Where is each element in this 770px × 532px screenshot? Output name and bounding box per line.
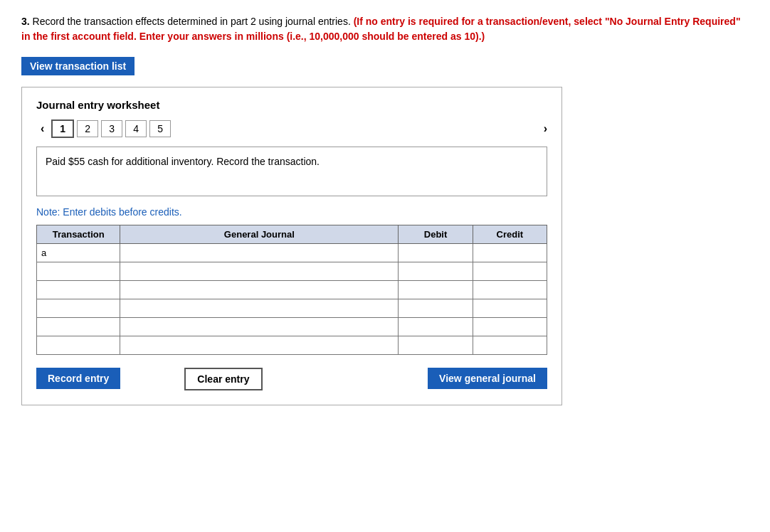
tab-2[interactable]: 2	[77, 120, 98, 137]
col-header-credit: Credit	[473, 225, 547, 244]
journal-cell-3[interactable]	[120, 281, 399, 299]
table-row	[37, 299, 547, 318]
clear-entry-button[interactable]: Clear entry	[184, 368, 262, 390]
tab-1[interactable]: 1	[51, 119, 74, 138]
debit-input-4[interactable]	[403, 303, 468, 314]
journal-input-6[interactable]	[125, 340, 394, 351]
debit-cell-5[interactable]	[399, 318, 473, 336]
debit-cell-2[interactable]	[399, 262, 473, 281]
credit-cell-6[interactable]	[473, 336, 547, 355]
table-row	[37, 318, 547, 336]
prev-arrow[interactable]: ‹	[36, 121, 48, 137]
buttons-row: Record entry Clear entry View general jo…	[36, 368, 547, 390]
worksheet-title: Journal entry worksheet	[36, 99, 547, 111]
note-text: Note: Enter debits before credits.	[36, 206, 547, 218]
table-row	[37, 281, 547, 299]
transaction-cell-1: a	[37, 244, 120, 262]
col-header-journal: General Journal	[120, 225, 399, 244]
debit-cell-4[interactable]	[399, 299, 473, 318]
worksheet-container: Journal entry worksheet ‹ 1 2 3 4 5 › Pa…	[21, 87, 562, 405]
debit-cell-6[interactable]	[399, 336, 473, 355]
credit-input-4[interactable]	[478, 303, 542, 314]
journal-input-3[interactable]	[125, 284, 394, 295]
credit-cell-1[interactable]	[473, 244, 547, 262]
col-header-debit: Debit	[399, 225, 473, 244]
table-row	[37, 262, 547, 281]
question-header: 3. Record the transaction effects determ…	[21, 14, 749, 44]
debit-input-2[interactable]	[403, 266, 468, 277]
debit-input-1[interactable]	[403, 248, 468, 258]
table-row	[37, 336, 547, 355]
credit-input-1[interactable]	[478, 248, 542, 258]
view-transaction-button[interactable]: View transaction list	[21, 57, 135, 75]
journal-cell-1[interactable]	[120, 244, 399, 262]
credit-cell-4[interactable]	[473, 299, 547, 318]
credit-input-6[interactable]	[478, 340, 542, 351]
transaction-cell-3	[37, 281, 120, 299]
credit-input-5[interactable]	[478, 321, 542, 332]
journal-input-4[interactable]	[125, 303, 394, 314]
credit-input-2[interactable]	[478, 266, 542, 277]
transaction-description: Paid $55 cash for additional inventory. …	[36, 147, 547, 196]
tab-5[interactable]: 5	[149, 120, 171, 137]
table-row: a	[37, 244, 547, 262]
journal-cell-5[interactable]	[120, 318, 399, 336]
credit-cell-3[interactable]	[473, 281, 547, 299]
tab-4[interactable]: 4	[125, 120, 147, 137]
credit-input-3[interactable]	[478, 284, 542, 295]
transaction-cell-4	[37, 299, 120, 318]
journal-cell-4[interactable]	[120, 299, 399, 318]
journal-cell-6[interactable]	[120, 336, 399, 355]
credit-cell-2[interactable]	[473, 262, 547, 281]
transaction-cell-2	[37, 262, 120, 281]
transaction-cell-6	[37, 336, 120, 355]
col-header-transaction: Transaction	[37, 225, 120, 244]
question-text: Record the transaction effects determine…	[33, 16, 354, 27]
next-arrow[interactable]: ›	[544, 122, 547, 135]
view-general-journal-button[interactable]: View general journal	[428, 368, 547, 389]
tab-navigation: ‹ 1 2 3 4 5 ›	[36, 119, 547, 138]
credit-cell-5[interactable]	[473, 318, 547, 336]
journal-cell-2[interactable]	[120, 262, 399, 281]
question-number: 3.	[21, 16, 30, 27]
journal-input-1[interactable]	[125, 248, 394, 258]
journal-input-5[interactable]	[125, 321, 394, 332]
debit-input-5[interactable]	[403, 321, 468, 332]
debit-cell-1[interactable]	[399, 244, 473, 262]
debit-input-6[interactable]	[403, 340, 468, 351]
debit-input-3[interactable]	[403, 284, 468, 295]
journal-input-2[interactable]	[125, 266, 394, 277]
transaction-cell-5	[37, 318, 120, 336]
record-entry-button[interactable]: Record entry	[36, 368, 120, 389]
journal-table: Transaction General Journal Debit Credit…	[36, 225, 547, 355]
debit-cell-3[interactable]	[399, 281, 473, 299]
tab-3[interactable]: 3	[101, 120, 122, 137]
